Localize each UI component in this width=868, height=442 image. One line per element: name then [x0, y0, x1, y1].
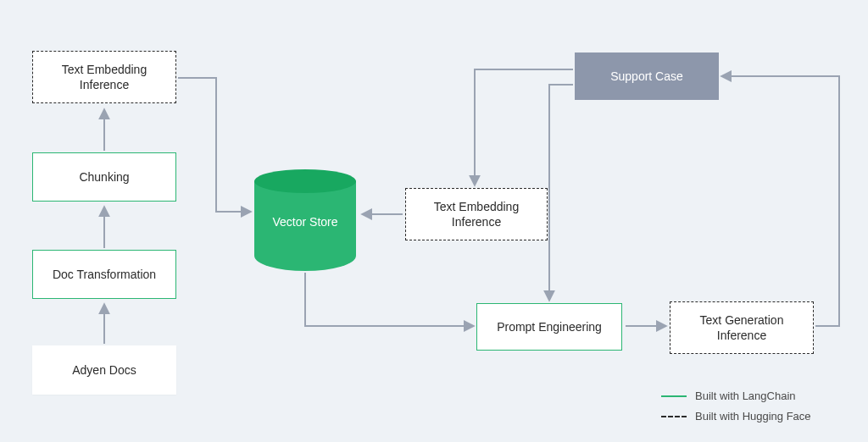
label: Text Generation Inference [700, 312, 784, 343]
node-text-generation: Text Generation Inference [670, 301, 814, 354]
node-support-case: Support Case [575, 52, 719, 100]
node-chunking: Chunking [32, 152, 176, 202]
cylinder-top [254, 169, 356, 193]
label: Doc Transformation [53, 267, 156, 282]
node-tei-left: Text Embedding Inference [32, 51, 176, 103]
label: Chunking [79, 169, 129, 185]
label: Text Embedding Inference [434, 199, 519, 229]
label: Support Case [610, 69, 683, 84]
node-tei-mid: Text Embedding Inference [405, 188, 548, 240]
label: Adyen Docs [72, 362, 136, 378]
legend-swatch-langchain [661, 395, 687, 397]
legend-label: Built with Hugging Face [695, 410, 811, 423]
arrow-tei-to-vectorstore [178, 78, 250, 212]
legend-langchain: Built with LangChain [661, 390, 796, 402]
arrow-vectorstore-to-prompt [305, 273, 473, 326]
node-adyen-docs: Adyen Docs [32, 345, 176, 395]
label: Prompt Engineering [497, 319, 602, 334]
node-prompt-engineering: Prompt Engineering [476, 303, 622, 351]
arrow-support-to-teimid [475, 69, 573, 185]
legend-label: Built with LangChain [695, 390, 796, 402]
node-doc-transformation: Doc Transformation [32, 250, 176, 299]
label: Text Embedding Inference [62, 62, 147, 92]
legend-huggingface: Built with Hugging Face [661, 410, 811, 423]
node-vector-store: Vector Store [254, 169, 356, 271]
arrow-textgen-to-support [722, 76, 839, 326]
arrow-support-to-prompt [549, 85, 573, 300]
legend-swatch-huggingface [661, 416, 687, 417]
label: Vector Store [254, 215, 356, 229]
